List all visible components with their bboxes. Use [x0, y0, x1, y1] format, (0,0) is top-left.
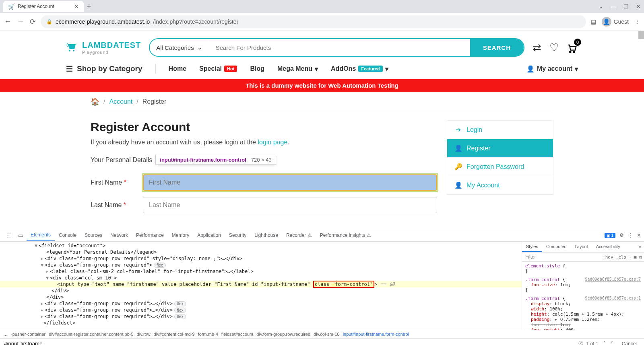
- new-tab-button[interactable]: +: [87, 2, 91, 11]
- cancel-search-button[interactable]: Cancel: [618, 340, 641, 345]
- dt-tab-elements[interactable]: Elements: [27, 229, 55, 241]
- styles-tab-a11y[interactable]: Accessibility: [592, 242, 624, 252]
- window-controls: ⌄ — ☐ ✕: [599, 3, 641, 10]
- breadcrumb-account[interactable]: Account: [109, 98, 132, 105]
- url-path: /index.php?route=account/register: [153, 18, 238, 25]
- logo[interactable]: LAMBDATEST Playground: [66, 41, 141, 55]
- close-window-icon[interactable]: ✕: [636, 3, 641, 10]
- scrollbar[interactable]: [638, 31, 644, 39]
- styles-filter-input[interactable]: [522, 253, 600, 261]
- dt-tab-sources[interactable]: Sources: [80, 230, 106, 241]
- close-devtools-icon[interactable]: ✕: [637, 232, 641, 238]
- reading-list-icon[interactable]: ▤: [591, 18, 596, 25]
- browser-tab[interactable]: 🛒 Register Account ✕: [3, 1, 84, 12]
- shop-by-category[interactable]: ☰ Shop by Category: [66, 64, 142, 74]
- selected-element-line[interactable]: <input type="text" name="firstname" valu…: [0, 281, 522, 288]
- dt-tab-memory[interactable]: Memory: [168, 230, 193, 241]
- dt-tab-insights[interactable]: Performance insights ⚠: [316, 230, 375, 241]
- wishlist-icon[interactable]: ♡: [549, 41, 559, 54]
- menu-blog[interactable]: Blog: [250, 65, 264, 72]
- cls-toggle[interactable]: .cls: [616, 255, 627, 260]
- tooltip-selector: input#input-firstname.form-control: [160, 157, 246, 163]
- new-rule-button[interactable]: +: [629, 255, 632, 260]
- site-header: LAMBDATEST Playground All Categories ⌄ S…: [56, 31, 588, 64]
- elements-search-input[interactable]: [3, 340, 575, 345]
- menu-special[interactable]: Special Hot: [199, 65, 237, 72]
- dt-tab-console[interactable]: Console: [55, 230, 80, 241]
- back-icon[interactable]: ←: [4, 17, 11, 26]
- menu-addons[interactable]: AddOns Featured ▾: [331, 65, 388, 73]
- login-page-link[interactable]: login page: [258, 139, 287, 146]
- forward-icon[interactable]: →: [17, 17, 24, 26]
- sidebar-item-forgotten[interactable]: 🔑 Forgotten Password: [447, 158, 553, 176]
- clear-search-icon[interactable]: ⓧ: [578, 340, 583, 345]
- avatar-icon: 👤: [602, 17, 611, 27]
- styles-tab-styles[interactable]: Styles: [522, 242, 542, 252]
- dt-tab-security[interactable]: Security: [225, 230, 250, 241]
- menu-account[interactable]: 👤 My account ▾: [526, 65, 578, 73]
- divider: [155, 64, 156, 74]
- computed-toggle-icon[interactable]: ▣: [634, 255, 637, 260]
- more-tabs-icon[interactable]: »: [636, 242, 644, 252]
- kebab-icon[interactable]: ⋮: [628, 232, 633, 238]
- menu-mega[interactable]: Mega Menu ▾: [277, 65, 318, 73]
- chevron-down-icon[interactable]: ⌄: [599, 3, 603, 10]
- search-input[interactable]: [209, 39, 470, 56]
- elements-breadcrumb[interactable]: …-pusher-containerdiv#account-register.c…: [0, 330, 644, 338]
- logo-text: LAMBDATEST: [82, 41, 141, 50]
- minimize-icon[interactable]: —: [611, 3, 616, 10]
- page-title: Register Account: [91, 120, 437, 134]
- reload-icon[interactable]: ⟳: [30, 17, 36, 26]
- css-rules[interactable]: element.style {}9ed09db6f85…8b57e.css:7.…: [522, 262, 644, 330]
- first-name-label: First Name *: [91, 179, 143, 186]
- dt-tab-network[interactable]: Network: [106, 230, 132, 241]
- user-icon: 👤: [454, 181, 462, 189]
- guest-pill[interactable]: 👤 Guest: [602, 17, 629, 27]
- elements-search: ⓧ 1 of 1 ˄ ˅ Cancel: [0, 338, 644, 345]
- category-select[interactable]: All Categories ⌄: [150, 39, 209, 56]
- svg-point-1: [66, 45, 67, 45]
- logo-subtext: Playground: [82, 50, 141, 55]
- box-model-icon[interactable]: ◰: [639, 255, 642, 260]
- close-icon[interactable]: ✕: [74, 3, 79, 10]
- maximize-icon[interactable]: ☐: [623, 3, 629, 10]
- user-icon: 👤: [526, 65, 535, 73]
- svg-point-0: [67, 43, 68, 44]
- compare-icon[interactable]: ⇄: [533, 41, 541, 54]
- sidebar-item-account[interactable]: 👤 My Account: [447, 176, 553, 195]
- devtools-tabs: ◰ ▭ Elements Console Sources Network Per…: [0, 229, 644, 242]
- first-name-input[interactable]: [143, 175, 437, 191]
- inspect-icon[interactable]: ◰: [3, 230, 15, 241]
- hot-badge: Hot: [224, 66, 237, 72]
- sidebar-item-login[interactable]: ➜ Login: [447, 121, 553, 139]
- next-match-icon[interactable]: ˅: [609, 341, 615, 345]
- sidebar-item-register[interactable]: 👤 Register: [447, 139, 553, 158]
- elements-panel[interactable]: ⋯ ▼<fieldset id="account"> <legend>Your …: [0, 242, 522, 330]
- nav-right: ▤ 👤 Guest ⋮: [591, 17, 640, 27]
- prev-match-icon[interactable]: ˄: [602, 341, 607, 345]
- dt-tab-recorder[interactable]: Recorder ⚠: [282, 230, 316, 241]
- hov-toggle[interactable]: :hov: [603, 255, 613, 260]
- sidebar: ➜ Login 👤 Register 🔑 Forgotten Password …: [447, 120, 553, 220]
- last-name-input[interactable]: [143, 197, 437, 213]
- styles-tab-layout[interactable]: Layout: [571, 242, 592, 252]
- menu-home[interactable]: Home: [169, 65, 186, 72]
- caret-down-icon: ▾: [385, 65, 388, 73]
- url-domain: ecommerce-playground.lambdatest.io: [56, 18, 150, 25]
- home-icon[interactable]: 🏠: [91, 97, 99, 106]
- issue-badge[interactable]: ▣ 1: [605, 233, 615, 238]
- url-bar[interactable]: 🔒 ecommerce-playground.lambdatest.io/ind…: [41, 15, 586, 28]
- nav-icons: ← → ⟳: [4, 17, 36, 26]
- header-icons: ⇄ ♡ 0: [533, 41, 578, 53]
- legend-row: Your Personal Details input#input-firstn…: [91, 155, 437, 165]
- styles-tabs: Styles Computed Layout Accessibility »: [522, 242, 644, 253]
- dt-tab-application[interactable]: Application: [193, 230, 225, 241]
- search-button[interactable]: SEARCH: [470, 39, 524, 56]
- device-icon[interactable]: ▭: [15, 230, 27, 241]
- menu-icon[interactable]: ⋮: [634, 18, 640, 25]
- dt-tab-lighthouse[interactable]: Lighthouse: [250, 230, 282, 241]
- styles-tab-computed[interactable]: Computed: [542, 242, 571, 252]
- settings-icon[interactable]: ⚙: [619, 232, 624, 238]
- cart-icon[interactable]: 0: [567, 41, 578, 53]
- dt-tab-performance[interactable]: Performance: [132, 230, 168, 241]
